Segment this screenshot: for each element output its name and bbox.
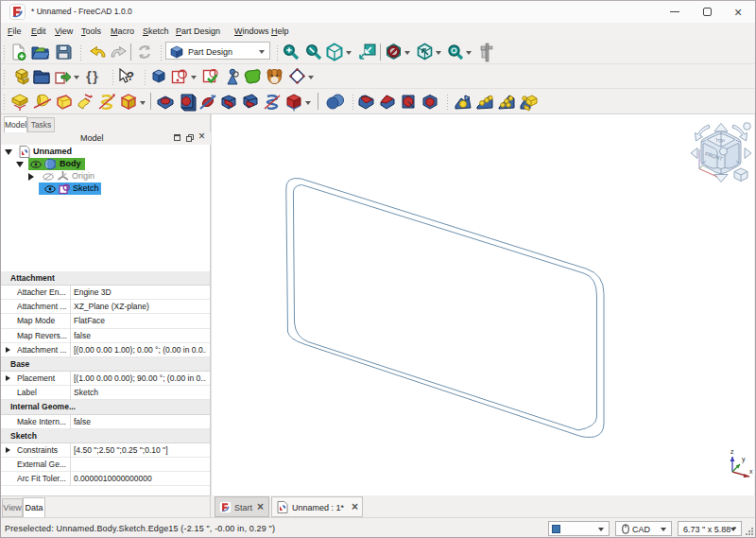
svg-text:z: z bbox=[730, 448, 734, 455]
svg-text:?: ? bbox=[127, 69, 134, 83]
svg-text:y: y bbox=[742, 456, 746, 463]
svg-text:TOP: TOP bbox=[715, 137, 726, 144]
svg-text:x: x bbox=[749, 468, 753, 475]
